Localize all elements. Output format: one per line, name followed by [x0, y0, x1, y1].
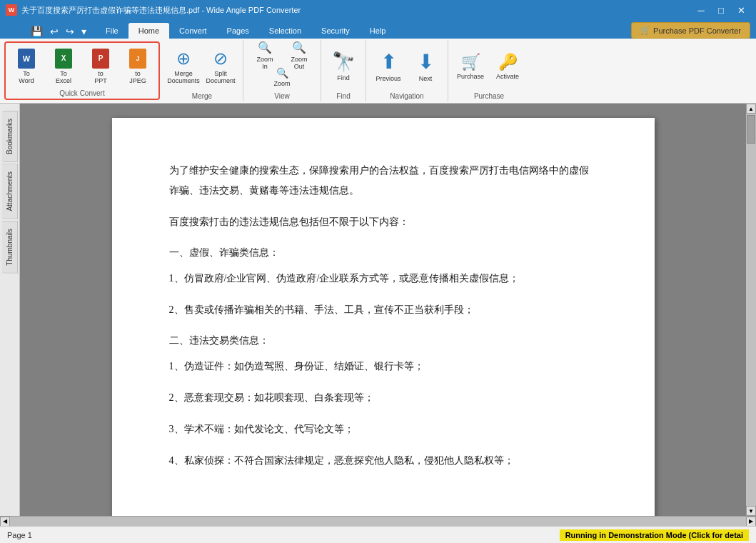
minimize-button[interactable]: ─: [692, 3, 710, 17]
page-indicator: Page 1: [7, 531, 32, 539]
zoom-icon: 🔍: [276, 67, 288, 79]
find-button[interactable]: 🔭 Find: [326, 45, 361, 88]
scroll-h-track[interactable]: [10, 517, 746, 526]
pdf-para-9: 4、私家侦探：不符合国家法律规定，恶意探究他人隐私，侵犯他人隐私权等；: [169, 451, 598, 471]
pdf-para-3: 1、仿冒政府/企业官网、伪造政府/企业联系方式等，或恶意传播相关虚假信息；: [169, 269, 598, 289]
previous-icon: ⬆: [380, 50, 397, 74]
toolbar-content: W To Word X To Excel P to PPT J to JPEG …: [0, 39, 756, 103]
purchase-buttons: 🛒 Purchase 🔑 Activate: [453, 41, 525, 91]
scroll-down-arrow[interactable]: ▼: [746, 506, 756, 516]
window-controls: ─ □ ✕: [692, 3, 750, 17]
next-button[interactable]: ⬇ Next: [408, 45, 443, 88]
word-icon: W: [18, 49, 35, 69]
merge-icon: ⊕: [176, 49, 191, 69]
find-label: Find: [337, 74, 350, 81]
jpeg-icon: J: [129, 49, 146, 69]
tab-convert[interactable]: Convert: [169, 23, 217, 39]
quick-convert-group: W To Word X To Excel P to PPT J to JPEG …: [4, 41, 160, 100]
next-icon: ⬇: [418, 50, 434, 74]
purchase-pdf-converter-button[interactable]: 🛒 Purchase PDF Converter: [631, 22, 750, 39]
title-bar: W 关于百度搜索严厉打击虚假诈骗等违法违规信息.pdf - Wide Angle…: [0, 0, 756, 20]
previous-pair: ⬆ Previous: [371, 45, 406, 88]
demo-mode-notice[interactable]: Running in Demonstration Mode (Click for…: [560, 529, 749, 541]
status-bar: Page 1 Running in Demonstration Mode (Cl…: [0, 526, 756, 543]
ribbon: 💾 ↩ ↪ ▾ File Home Convert Pages Selectio…: [0, 20, 756, 104]
excel-icon: X: [55, 49, 72, 69]
tab-security[interactable]: Security: [311, 23, 360, 39]
purchase-button[interactable]: 🛒 Purchase: [453, 45, 488, 88]
pdf-para-2: 一、虚假、诈骗类信息：: [169, 244, 598, 261]
find-group-label: Find: [336, 91, 350, 100]
purchase-area: 🛒 Purchase PDF Converter: [625, 22, 756, 39]
scroll-up-arrow[interactable]: ▲: [746, 104, 756, 114]
pdf-page: 为了维护安全健康的搜索生态，保障搜索用户的合法权益，百度搜索严厉打击电信网络中的…: [112, 118, 655, 516]
zoom-in-icon: 🔍: [258, 41, 272, 54]
split-label: SplitDocument: [206, 70, 235, 84]
zoom-in-button[interactable]: 🔍 ZoomIn: [248, 46, 281, 66]
cart-icon: 🛒: [640, 26, 650, 35]
tab-file[interactable]: File: [96, 23, 128, 39]
previous-button[interactable]: ⬆ Previous: [371, 45, 406, 88]
quick-save-button[interactable]: 💾: [29, 24, 45, 39]
next-pair: ⬇ Next: [408, 45, 443, 88]
content-wrapper: 为了维护安全健康的搜索生态，保障搜索用户的合法权益，百度搜索严厉打击电信网络中的…: [20, 104, 756, 516]
pdf-para-4: 2、售卖或传播诈骗相关的书籍、手法、工具，宣传不正当获利手段；: [169, 300, 598, 320]
left-panel: Bookmarks Attachments Thumbnails: [0, 104, 20, 516]
activate-button[interactable]: 🔑 Activate: [490, 45, 525, 88]
find-icon: 🔭: [332, 51, 355, 73]
pdf-para-5: 二、违法交易类信息：: [169, 332, 598, 349]
scroll-left-arrow[interactable]: ◀: [0, 517, 10, 527]
to-jpeg-button[interactable]: J to JPEG: [120, 45, 156, 88]
navigation-buttons: ⬆ Previous ⬇ Next: [371, 41, 443, 91]
zoom-row-1: 🔍 ZoomIn 🔍 ZoomOut: [248, 46, 316, 66]
to-excel-button[interactable]: X To Excel: [46, 45, 81, 88]
merge-documents-button[interactable]: ⊕ MergeDocuments: [166, 45, 201, 88]
split-document-button[interactable]: ⊘ SplitDocument: [203, 45, 238, 88]
view-buttons: 🔍 ZoomIn 🔍 ZoomOut 🔍 Zoom: [248, 41, 316, 91]
pdf-viewer[interactable]: 为了维护安全健康的搜索生态，保障搜索用户的合法权益，百度搜索严厉打击电信网络中的…: [20, 104, 746, 516]
pdf-para-0: 为了维护安全健康的搜索生态，保障搜索用户的合法权益，百度搜索严厉打击电信网络中的…: [169, 161, 598, 201]
pdf-para-8: 3、学术不端：如代发论文、代写论文等；: [169, 419, 598, 439]
quick-convert-label: Quick Convert: [59, 89, 104, 97]
thumbnails-tab[interactable]: Thumbnails: [2, 221, 18, 274]
to-ppt-button[interactable]: P to PPT: [83, 45, 119, 88]
maximize-button[interactable]: □: [712, 3, 730, 17]
quick-undo-button[interactable]: ↩: [48, 24, 61, 39]
tab-selection[interactable]: Selection: [259, 23, 311, 39]
pdf-para-7: 2、恶意套现交易：如花呗套现、白条套现等；: [169, 388, 598, 408]
window-title: 关于百度搜索严厉打击虚假诈骗等违法违规信息.pdf - Wide Angle P…: [21, 5, 301, 16]
tab-help[interactable]: Help: [360, 23, 396, 39]
horizontal-scrollbar: ◀ ▶: [0, 516, 756, 526]
merge-label: MergeDocuments: [167, 70, 200, 84]
navigation-group-label: Navigation: [390, 91, 423, 100]
view-group: 🔍 ZoomIn 🔍 ZoomOut 🔍 Zoom View: [243, 40, 321, 101]
view-group-label: View: [274, 91, 290, 100]
zoom-out-button[interactable]: 🔍 ZoomOut: [283, 46, 316, 66]
merge-group-label: Merge: [192, 91, 212, 100]
quick-dropdown-button[interactable]: ▾: [79, 24, 89, 39]
navigation-group: ⬆ Previous ⬇ Next Navigation: [366, 40, 448, 101]
split-icon: ⊘: [213, 49, 228, 69]
find-group: 🔭 Find Find: [321, 40, 366, 101]
zoom-out-icon: 🔍: [292, 41, 306, 54]
close-button[interactable]: ✕: [732, 3, 750, 17]
tab-pages[interactable]: Pages: [217, 23, 259, 39]
tab-bar: 💾 ↩ ↪ ▾ File Home Convert Pages Selectio…: [0, 20, 756, 39]
vertical-scrollbar: ▲ ▼: [746, 104, 756, 516]
zoom-label: Zoom: [273, 80, 290, 87]
purchase-group: 🛒 Purchase 🔑 Activate Purchase: [448, 40, 530, 101]
main-area: Bookmarks Attachments Thumbnails 为了维护安全健…: [0, 104, 756, 516]
quick-redo-button[interactable]: ↪: [64, 24, 76, 39]
bookmarks-tab[interactable]: Bookmarks: [2, 111, 18, 162]
scroll-right-arrow[interactable]: ▶: [746, 517, 756, 527]
pdf-para-1: 百度搜索打击的违法违规信息包括但不限于以下内容：: [169, 212, 598, 232]
attachments-tab[interactable]: Attachments: [2, 164, 18, 219]
tab-home[interactable]: Home: [128, 23, 169, 39]
app-icon: W: [6, 4, 17, 16]
purchase-icon: 🛒: [461, 53, 480, 71]
quick-convert-buttons: W To Word X To Excel P to PPT J to JPEG: [9, 44, 156, 88]
zoom-button[interactable]: 🔍 Zoom: [248, 67, 316, 87]
to-word-button[interactable]: W To Word: [9, 45, 44, 88]
scroll-thumb[interactable]: [747, 115, 755, 144]
ppt-icon: P: [92, 49, 109, 69]
